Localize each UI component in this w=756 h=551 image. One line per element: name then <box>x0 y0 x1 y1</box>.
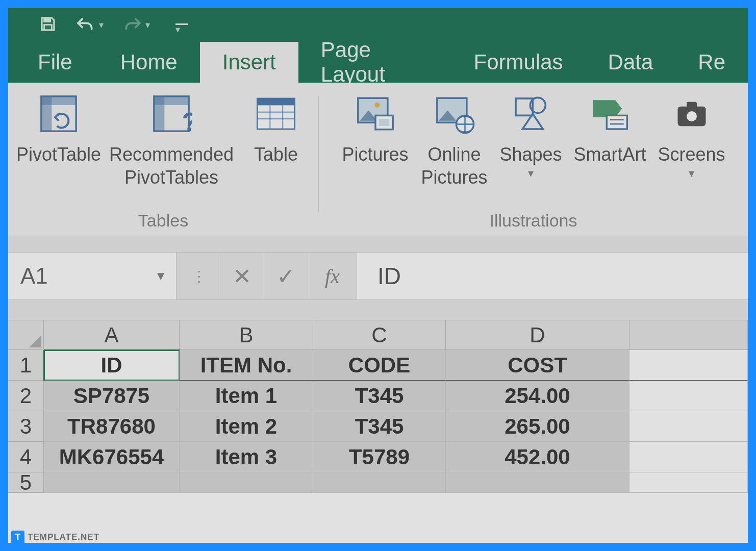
cell-c2[interactable]: T345 <box>313 381 446 411</box>
online-pictures-icon <box>432 91 477 137</box>
pictures-button[interactable]: Pictures <box>336 91 415 166</box>
name-box[interactable]: A1 ▼ <box>8 253 177 299</box>
cancel-formula-button[interactable]: ✕ <box>220 253 264 299</box>
tab-insert[interactable]: Insert <box>200 42 298 83</box>
customize-qat-button[interactable]: ▾ <box>175 23 188 27</box>
cell-b1[interactable]: ITEM No. <box>180 350 313 381</box>
pictures-label: Pictures <box>342 141 408 166</box>
cell-a5[interactable] <box>44 472 180 493</box>
save-button[interactable] <box>39 15 57 35</box>
svg-rect-10 <box>257 98 294 105</box>
cell-c3[interactable]: T345 <box>313 411 446 442</box>
svg-rect-18 <box>379 119 389 126</box>
quick-access-toolbar: ▾ ▾ ▾ <box>8 8 748 42</box>
select-all-corner[interactable] <box>8 320 44 350</box>
cell-c5[interactable] <box>313 472 446 493</box>
redo-icon <box>122 15 142 35</box>
cell-b4[interactable]: Item 3 <box>180 442 313 472</box>
cell-e4[interactable] <box>629 442 748 472</box>
column-header-c[interactable]: C <box>313 320 446 350</box>
watermark: T TEMPLATE.NET <box>11 531 99 544</box>
redo-button[interactable]: ▾ <box>122 15 150 35</box>
formula-bar-options[interactable]: ⋮ <box>177 253 220 299</box>
smartart-icon <box>587 91 633 137</box>
cell-e2[interactable] <box>629 381 748 411</box>
enter-formula-button[interactable]: ✓ <box>264 253 308 299</box>
svg-point-16 <box>374 103 380 108</box>
online-pictures-button[interactable]: Online Pictures <box>415 91 494 189</box>
redo-dropdown-icon[interactable]: ▾ <box>145 19 150 31</box>
screenshot-dropdown-icon[interactable]: ▾ <box>689 167 694 180</box>
row-header-3[interactable]: 3 <box>8 411 44 442</box>
save-icon <box>39 15 57 35</box>
table-button[interactable]: Table <box>235 91 317 166</box>
insert-function-button[interactable]: fx <box>308 253 357 299</box>
row-header-5[interactable]: 5 <box>8 472 44 493</box>
grid-row-2: 2 SP7875 Item 1 T345 254.00 <box>8 381 748 411</box>
cell-e3[interactable] <box>629 411 748 442</box>
shapes-label: Shapes <box>499 141 562 166</box>
undo-button[interactable]: ▾ <box>75 15 104 35</box>
smartart-button[interactable]: SmartArt <box>568 91 652 166</box>
cell-a3[interactable]: TR87680 <box>44 411 180 442</box>
column-header-rest[interactable] <box>629 320 748 350</box>
row-header-2[interactable]: 2 <box>8 381 44 411</box>
cell-d2[interactable]: 254.00 <box>446 381 629 411</box>
recommended-pivot-button[interactable]: ? Recommended PivotTables <box>108 91 235 189</box>
pivot-table-label: PivotTable <box>16 141 101 166</box>
cell-e1[interactable] <box>629 350 748 381</box>
table-icon <box>253 91 299 137</box>
cell-d3[interactable]: 265.00 <box>446 411 629 442</box>
cell-a4[interactable]: MK676554 <box>44 442 180 472</box>
check-icon: ✓ <box>276 263 295 289</box>
screenshot-button[interactable]: Screens ▾ <box>652 91 731 180</box>
formula-input[interactable]: ID <box>357 253 748 299</box>
tab-page-layout[interactable]: Page Layout <box>298 42 451 83</box>
tab-file[interactable]: File <box>23 42 98 83</box>
undo-dropdown-icon[interactable]: ▾ <box>99 19 104 31</box>
cell-b3[interactable]: Item 2 <box>180 411 313 442</box>
tables-group-label: Tables <box>138 209 188 236</box>
spreadsheet-grid[interactable]: A B C D 1 ID ITEM No. CODE COST 2 SP7875… <box>8 320 748 493</box>
cell-d5[interactable] <box>446 472 629 493</box>
shapes-icon <box>508 91 554 137</box>
illustrations-group-label: Illustrations <box>490 209 577 236</box>
cell-c4[interactable]: T5789 <box>313 442 446 472</box>
cell-a2[interactable]: SP7875 <box>44 381 180 411</box>
row-header-1[interactable]: 1 <box>8 350 44 381</box>
pivot-table-button[interactable]: PivotTable <box>10 91 108 166</box>
tab-home[interactable]: Home <box>98 42 200 83</box>
svg-point-27 <box>687 111 697 121</box>
watermark-text: TEMPLATE.NET <box>28 532 99 542</box>
tab-review-partial[interactable]: Re <box>675 42 748 83</box>
svg-rect-4 <box>41 96 52 131</box>
column-header-d[interactable]: D <box>446 320 629 350</box>
name-box-value: A1 <box>20 263 48 289</box>
x-icon: ✕ <box>233 263 251 289</box>
tab-data[interactable]: Data <box>586 42 676 83</box>
table-label: Table <box>254 141 298 166</box>
cell-d4[interactable]: 452.00 <box>446 442 629 472</box>
cell-e5[interactable] <box>629 472 748 493</box>
shapes-button[interactable]: Shapes ▾ <box>494 91 568 180</box>
svg-rect-7 <box>154 96 165 131</box>
name-box-dropdown-icon[interactable]: ▼ <box>155 269 167 283</box>
row-header-4[interactable]: 4 <box>8 442 44 472</box>
fx-icon: fx <box>325 264 340 288</box>
recommended-pivot-icon: ? <box>148 91 194 137</box>
cell-c1[interactable]: CODE <box>313 350 446 381</box>
tab-formulas[interactable]: Formulas <box>451 42 586 83</box>
cell-d1[interactable]: COST <box>446 350 629 381</box>
cell-b5[interactable] <box>180 472 313 493</box>
column-header-a[interactable]: A <box>44 320 180 350</box>
screenshot-icon <box>669 91 715 137</box>
cell-a1[interactable]: ID <box>44 350 180 381</box>
online-pictures-label: Online Pictures <box>421 141 487 189</box>
grid-row-1: 1 ID ITEM No. CODE COST <box>8 350 748 381</box>
pivot-table-icon <box>36 91 82 137</box>
shapes-dropdown-icon[interactable]: ▾ <box>528 167 534 180</box>
ribbon-group-illustrations: Pictures Online Pictures <box>319 91 748 236</box>
cell-b2[interactable]: Item 1 <box>180 381 313 411</box>
column-header-b[interactable]: B <box>180 320 313 350</box>
formula-bar: A1 ▼ ⋮ ✕ ✓ fx ID <box>8 252 748 300</box>
